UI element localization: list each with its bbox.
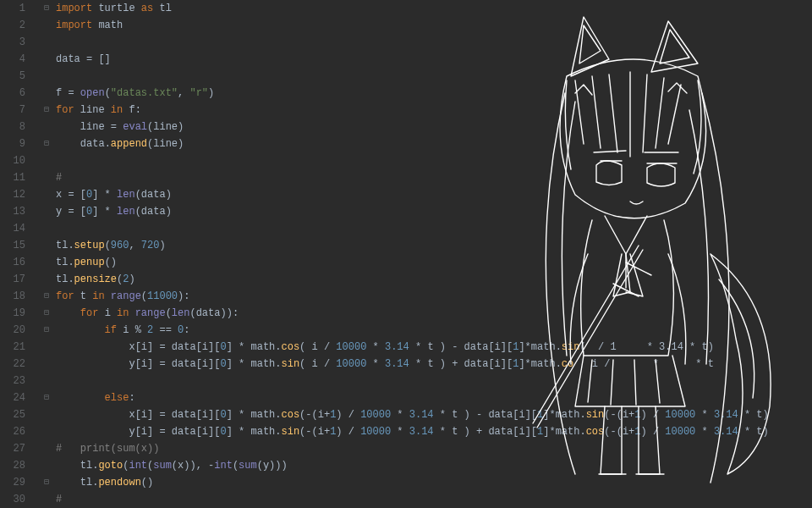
token-op: ))) <box>269 460 288 472</box>
line-number-gutter: 1234567891011121314151617181920212223242… <box>0 0 41 508</box>
code-line[interactable] <box>56 68 812 85</box>
code-line[interactable]: # print(sum(x)) <box>56 440 812 457</box>
token-id: y <box>129 358 134 370</box>
fold-spacer <box>41 169 52 186</box>
fold-spacer <box>41 491 52 508</box>
code-line[interactable]: tl.penup() <box>56 254 812 271</box>
code-line[interactable]: tl.goto(int(sum(x)), -int(sum(y))) <box>56 457 812 474</box>
token-op: ][ <box>525 426 537 438</box>
token-n: 0 <box>220 358 226 370</box>
code-line[interactable]: line = eval(line) <box>56 119 812 135</box>
token-op: : <box>135 104 141 116</box>
token-f: penup <box>74 257 105 268</box>
fold-column[interactable]: ⊟⊟⊟⊟⊟⊟⊟⊟ <box>41 0 52 508</box>
fold-toggle-icon[interactable]: ⊟ <box>41 305 52 322</box>
code-line[interactable] <box>56 373 812 389</box>
code-line[interactable]: import math <box>56 17 812 34</box>
code-line[interactable]: f = open("datas.txt", "r") <box>56 85 812 102</box>
line-number: 13 <box>0 203 25 220</box>
code-line[interactable]: if i % 2 == 0: <box>56 322 812 339</box>
token-op: . <box>275 341 281 353</box>
code-line[interactable]: y[i] = data[i][0] * math.sin( i / 10000 … <box>56 356 812 373</box>
line-number: 25 <box>0 406 25 423</box>
token-op: ][ <box>501 358 513 370</box>
token-op: . <box>68 240 74 251</box>
token-id: i <box>141 409 147 421</box>
token-n: 3.14 <box>385 341 409 353</box>
token-op: ) - <box>458 409 488 421</box>
token-id: math <box>531 358 556 370</box>
code-line[interactable]: tl.pendown() <box>56 474 812 491</box>
code-area[interactable]: import turtle as tlimport mathdata = []f… <box>52 0 812 508</box>
line-number: 3 <box>0 34 25 51</box>
fold-toggle-icon[interactable]: ⊟ <box>41 389 52 406</box>
token-bi: len <box>117 206 135 218</box>
line-number: 7 <box>0 102 25 119</box>
token-op: [ <box>196 341 202 353</box>
token-op: * <box>391 409 409 421</box>
code-line[interactable]: x = [0] * len(data) <box>56 186 812 203</box>
fold-toggle-icon[interactable]: ⊟ <box>41 288 52 305</box>
token-op: * <box>695 426 714 438</box>
token-id: x <box>56 189 68 201</box>
code-line[interactable]: x[i] = data[i][0] * math.cos(-(i+1) / 10… <box>56 406 812 423</box>
token-id: t <box>756 409 762 421</box>
fold-spacer <box>41 85 52 102</box>
token-id: f <box>129 104 134 116</box>
code-line[interactable]: tl.pensize(2) <box>56 271 812 288</box>
code-line[interactable]: x[i] = data[i][0] * math.cos( i / 10000 … <box>56 339 812 356</box>
token-id: tl <box>56 273 68 285</box>
code-line[interactable]: for t in range(11000): <box>56 288 812 305</box>
token-id: i <box>202 341 208 353</box>
token-id: i <box>318 426 324 438</box>
token-id: t <box>427 358 433 370</box>
code-line[interactable]: data = [] <box>56 51 812 68</box>
token-id: data <box>172 409 196 421</box>
token-bi: sum <box>239 460 257 472</box>
token-op: ) <box>763 426 769 438</box>
token-op: ] * <box>227 409 251 421</box>
fold-toggle-icon[interactable]: ⊟ <box>41 322 52 339</box>
fold-spacer <box>41 186 52 203</box>
token-op: ( / 1 * 3.14 * t) <box>579 341 713 353</box>
token-n: 10000 <box>336 341 366 353</box>
line-number: 16 <box>0 254 25 271</box>
code-line[interactable]: import turtle as tl <box>56 0 812 17</box>
token-id: data <box>56 53 86 65</box>
code-line[interactable]: for i in range(len(data)): <box>56 305 812 322</box>
fold-toggle-icon[interactable]: ⊟ <box>41 135 52 152</box>
code-line[interactable]: for line in f: <box>56 102 812 119</box>
code-line[interactable]: tl.setup(960, 720) <box>56 237 812 254</box>
code-line[interactable]: # <box>56 169 812 186</box>
code-line[interactable]: data.append(line) <box>56 135 812 152</box>
token-op: [ <box>135 358 141 370</box>
code-line[interactable] <box>56 220 812 237</box>
fold-spacer <box>41 356 52 373</box>
code-line[interactable]: y = [0] * len(data) <box>56 203 812 220</box>
token-op: (-( <box>604 426 623 438</box>
code-editor[interactable]: 1234567891011121314151617181920212223242… <box>0 0 812 508</box>
code-line[interactable] <box>56 152 812 169</box>
token-bi: int <box>214 460 233 472</box>
code-line[interactable] <box>56 34 812 51</box>
code-line[interactable]: else: <box>56 389 812 406</box>
line-number: 19 <box>0 305 25 322</box>
code-line[interactable]: y[i] = data[i][0] * math.sin(-(i+1) / 10… <box>56 423 812 440</box>
token-op: * <box>366 358 385 370</box>
token-op: ): <box>178 290 189 302</box>
token-op: ]* <box>518 358 530 370</box>
fold-toggle-icon[interactable]: ⊟ <box>41 102 52 119</box>
line-number: 28 <box>0 457 25 474</box>
token-op: ) <box>159 240 165 251</box>
token-c: # <box>56 172 62 184</box>
fold-toggle-icon[interactable]: ⊟ <box>41 474 52 491</box>
token-op: . <box>105 138 111 150</box>
code-line[interactable]: # <box>56 491 812 508</box>
token-id: math <box>98 19 123 31</box>
token-op: ][ <box>525 409 537 421</box>
token-op: * <box>738 426 757 438</box>
fold-toggle-icon[interactable]: ⊟ <box>41 0 52 17</box>
token-f: pendown <box>98 477 140 489</box>
token-op: [ <box>135 426 141 438</box>
token-op: ][ <box>501 341 513 353</box>
